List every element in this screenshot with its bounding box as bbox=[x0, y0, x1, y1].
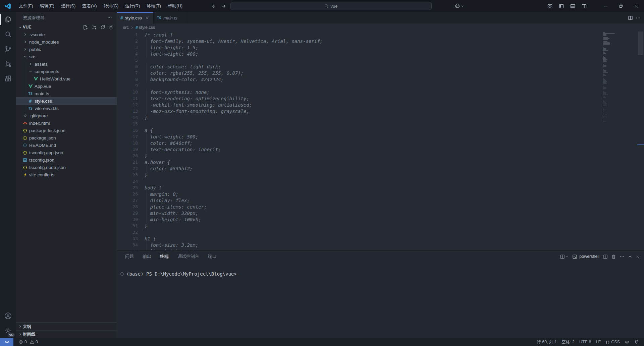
status-encoding[interactable]: UTF-8 bbox=[577, 340, 593, 344]
tree-item-vite.config.ts[interactable]: vite.config.ts bbox=[16, 171, 117, 178]
customize-layout-icon[interactable] bbox=[545, 2, 555, 10]
menu-item[interactable]: 查看(V) bbox=[79, 2, 100, 10]
tree-item-src[interactable]: src bbox=[16, 53, 117, 60]
split-editor-icon[interactable] bbox=[628, 15, 633, 20]
tree-item-.gitignore[interactable]: .gitignore bbox=[16, 112, 117, 119]
activity-item-search[interactable] bbox=[0, 27, 16, 42]
new-folder-icon[interactable] bbox=[91, 24, 97, 31]
problems-status[interactable]: 0 0 bbox=[16, 340, 40, 344]
copilot-menu[interactable] bbox=[454, 3, 464, 9]
tree-item-tsconfig.json[interactable]: TStsconfig.json bbox=[16, 156, 117, 164]
activity-item-accounts[interactable] bbox=[0, 308, 16, 323]
breadcrumb-folder[interactable]: src bbox=[123, 25, 129, 30]
new-file-icon[interactable] bbox=[82, 24, 89, 31]
tree-item-public[interactable]: public bbox=[16, 46, 117, 53]
launch-profile-button[interactable] bbox=[560, 254, 569, 259]
back-button[interactable] bbox=[209, 2, 218, 10]
menu-item[interactable]: 编辑(E) bbox=[37, 2, 58, 10]
split-terminal-icon[interactable] bbox=[603, 254, 608, 259]
toggle-panel-icon[interactable] bbox=[568, 2, 578, 10]
tree-item-package-lock.json[interactable]: {}package-lock.json bbox=[16, 127, 117, 134]
activity-item-run-debug[interactable] bbox=[0, 56, 16, 71]
menu-item[interactable]: 终端(T) bbox=[143, 2, 164, 10]
chevron-right-icon bbox=[28, 61, 33, 67]
editor-tab-style.css[interactable]: #style.css bbox=[117, 12, 154, 23]
status-eol[interactable]: LF bbox=[593, 340, 603, 344]
terminal-output[interactable]: (base) PS D:\Mycode\MyProject\Blog\vue> bbox=[117, 263, 644, 338]
minimap[interactable] bbox=[601, 32, 637, 122]
forward-button[interactable] bbox=[220, 2, 229, 10]
minimap-line bbox=[603, 70, 606, 71]
restore-button[interactable] bbox=[613, 0, 629, 12]
tree-item-main.ts[interactable]: TSmain.ts bbox=[16, 90, 117, 97]
status-copilot-status[interactable] bbox=[622, 340, 632, 345]
status-notifications[interactable] bbox=[632, 340, 641, 344]
breadcrumb[interactable]: src # style.css bbox=[117, 23, 644, 32]
refresh-icon[interactable] bbox=[99, 24, 106, 31]
panel-tab-问题[interactable]: 问题 bbox=[125, 250, 134, 263]
close-window-button[interactable] bbox=[629, 0, 644, 12]
panel-tab-终端[interactable]: 终端 bbox=[160, 250, 169, 263]
tree-item-README.md[interactable]: README.md bbox=[16, 141, 117, 149]
sidebar-section-时间线[interactable]: 时间线 bbox=[16, 330, 117, 338]
activity-item-source-control[interactable] bbox=[0, 42, 16, 56]
activity-item-settings[interactable]: VU bbox=[0, 323, 16, 338]
close-panel-icon[interactable] bbox=[636, 254, 640, 259]
menu-item[interactable]: 转到(G) bbox=[100, 2, 122, 10]
tree-item-HelloWorld.vue[interactable]: HelloWorld.vue bbox=[16, 75, 117, 82]
status-cursor-position[interactable]: 行 60, 列 1 bbox=[534, 339, 559, 345]
panel-tab-端口[interactable]: 端口 bbox=[208, 250, 217, 263]
terminal-instance-tab[interactable]: powershell bbox=[572, 254, 599, 259]
activity-item-explorer[interactable] bbox=[0, 12, 16, 27]
status-indentation[interactable]: 空格: 2 bbox=[559, 339, 577, 345]
menu-item[interactable]: 选择(S) bbox=[58, 2, 79, 10]
breadcrumb-file[interactable]: style.css bbox=[139, 25, 155, 30]
kill-terminal-icon[interactable] bbox=[611, 254, 616, 259]
code-line: 4 font-weight: 400; bbox=[117, 51, 600, 57]
section-label: 时间线 bbox=[23, 332, 36, 337]
editor-scrollbar[interactable] bbox=[637, 32, 644, 250]
tree-item-index.html[interactable]: <>index.html bbox=[16, 119, 117, 127]
collapse-folders-icon[interactable] bbox=[108, 24, 115, 31]
minimize-button[interactable] bbox=[598, 0, 613, 12]
tree-item-assets[interactable]: assets bbox=[16, 60, 117, 68]
line-number: 34 bbox=[117, 242, 138, 247]
code-text: a { bbox=[144, 128, 153, 133]
editor-more-actions-icon[interactable] bbox=[636, 15, 641, 20]
panel-more-actions-icon[interactable] bbox=[620, 254, 625, 259]
toggle-primary-sidebar-icon[interactable] bbox=[556, 2, 566, 10]
toggle-secondary-sidebar-icon[interactable] bbox=[579, 2, 589, 10]
activity-item-extensions[interactable] bbox=[0, 71, 16, 86]
menu-item[interactable]: 文件(F) bbox=[15, 2, 37, 10]
line-number: 8 bbox=[117, 77, 138, 82]
code-text: font-synthesis: none; bbox=[144, 90, 210, 95]
explorer-more-actions-icon[interactable] bbox=[106, 14, 113, 21]
menu-item[interactable]: 帮助(H) bbox=[164, 2, 186, 10]
tree-item-components[interactable]: components bbox=[16, 68, 117, 75]
code-line: 29 min-width: 320px; bbox=[117, 210, 600, 216]
tree-item-tsconfig.app.json[interactable]: {}tsconfig.app.json bbox=[16, 149, 117, 156]
panel-tab-调试控制台[interactable]: 调试控制台 bbox=[177, 250, 199, 263]
tree-item-style.css[interactable]: #style.css bbox=[16, 97, 117, 105]
remote-indicator[interactable]: >< bbox=[0, 338, 13, 346]
minimap-line bbox=[603, 83, 607, 84]
editor-tab-main.ts[interactable]: TSmain.ts bbox=[154, 12, 187, 23]
tree-item-.vscode[interactable]: .vscode bbox=[16, 31, 117, 38]
close-tab-icon[interactable] bbox=[144, 15, 150, 21]
scrollbar-thumb[interactable] bbox=[638, 32, 643, 55]
code-text: margin: 0; bbox=[144, 191, 178, 197]
tree-item-tsconfig.node.json[interactable]: {}tsconfig.node.json bbox=[16, 164, 117, 171]
command-center-search[interactable]: vue bbox=[230, 2, 432, 10]
tree-item-App.vue[interactable]: App.vue bbox=[16, 82, 117, 90]
menu-item[interactable]: 运行(R) bbox=[122, 2, 143, 10]
tree-item-package.json[interactable]: {}package.json bbox=[16, 134, 117, 141]
tree-item-node_modules[interactable]: node_modules bbox=[16, 38, 117, 46]
workspace-section-header[interactable]: VUE bbox=[16, 23, 117, 31]
sidebar-section-大纲[interactable]: 大纲 bbox=[16, 323, 117, 330]
code-line: 35 line-height: 1.1; bbox=[117, 248, 600, 250]
tree-item-vite-env.d.ts[interactable]: TSvite-env.d.ts bbox=[16, 105, 117, 112]
panel-tab-输出[interactable]: 输出 bbox=[143, 250, 151, 263]
code-editor[interactable]: 1/* :root {2 font-family: system-ui, Ave… bbox=[117, 32, 644, 250]
status-language-mode[interactable]: {}CSS bbox=[603, 340, 622, 344]
maximize-panel-icon[interactable] bbox=[628, 254, 632, 259]
